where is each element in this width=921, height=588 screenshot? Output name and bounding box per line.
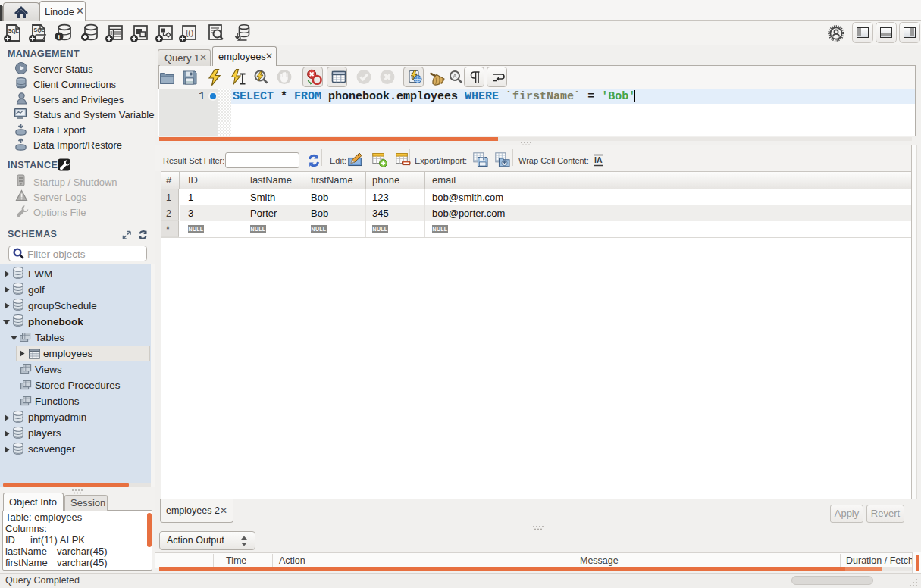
svg-text:{(): {() xyxy=(186,29,193,37)
svg-text:SQL: SQL xyxy=(34,27,45,33)
svg-text:SQL: SQL xyxy=(8,28,20,34)
svg-text:IA: IA xyxy=(594,155,603,164)
